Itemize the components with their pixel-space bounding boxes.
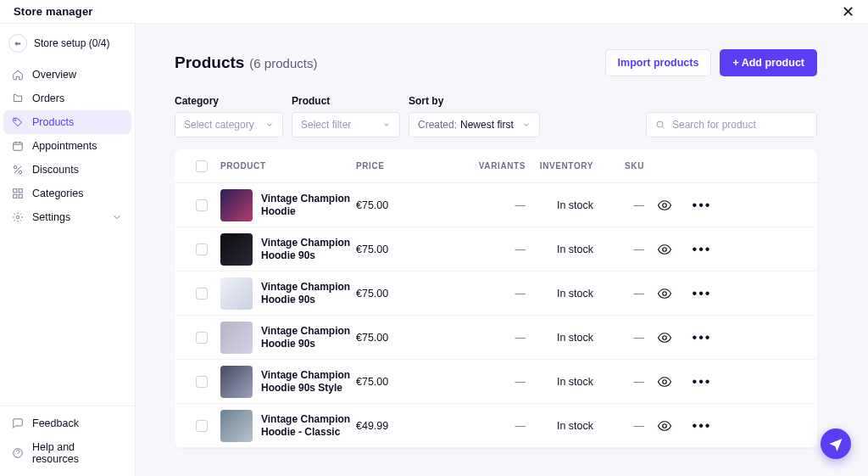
product-thumbnail xyxy=(220,233,253,266)
row-menu-button[interactable]: ••• xyxy=(685,286,719,301)
import-products-button[interactable]: Import products xyxy=(605,49,712,76)
view-button[interactable] xyxy=(644,418,685,434)
product-name: Vintage Champion Hoodie 90s xyxy=(261,325,356,350)
nav-discounts[interactable]: Discounts xyxy=(3,158,131,182)
table-header: PRODUCT PRICE VARIANTS INVENTORY SKU xyxy=(175,149,817,183)
filter-category-dropdown[interactable]: Select category xyxy=(175,112,283,137)
view-button[interactable] xyxy=(644,374,685,389)
sku-cell: — xyxy=(593,244,644,255)
table-row[interactable]: Vintage Champion Hoodie 90s €75.00 — In … xyxy=(175,227,817,272)
help-fab[interactable] xyxy=(821,428,851,459)
row-checkbox[interactable] xyxy=(196,244,208,255)
svg-point-3 xyxy=(19,171,22,174)
view-button[interactable] xyxy=(644,242,685,257)
table-row[interactable]: Vintage Champion Hoodie 90s €75.00 — In … xyxy=(175,316,817,360)
nav-orders[interactable]: Orders xyxy=(3,87,131,110)
nav-appointments[interactable]: Appointments xyxy=(3,134,131,158)
svg-point-0 xyxy=(14,120,16,121)
nav-feedback[interactable]: Feedback xyxy=(3,412,131,435)
svg-point-8 xyxy=(16,216,19,219)
more-icon: ••• xyxy=(693,330,712,345)
row-menu-button[interactable]: ••• xyxy=(685,198,719,213)
app-title: Store manager xyxy=(14,5,93,18)
row-menu-button[interactable]: ••• xyxy=(685,242,719,257)
top-bar: Store manager ✕ xyxy=(0,0,868,24)
table-row[interactable]: Vintage Champion Hoodie €75.00 — In stoc… xyxy=(175,183,817,227)
row-menu-button[interactable]: ••• xyxy=(685,418,719,434)
sku-cell: — xyxy=(593,288,644,300)
search-icon xyxy=(655,120,665,130)
svg-point-12 xyxy=(663,247,667,251)
filter-sort-label: Sort by xyxy=(409,95,540,107)
product-name: Vintage Champion Hoodie 90s Style xyxy=(261,369,356,395)
eye-icon xyxy=(657,198,672,213)
table-row[interactable]: Vintage Champion Hoodie 90s €75.00 — In … xyxy=(175,272,817,316)
col-inventory: INVENTORY xyxy=(526,161,593,171)
send-icon xyxy=(828,436,843,451)
row-checkbox[interactable] xyxy=(196,376,208,388)
svg-point-15 xyxy=(663,379,667,384)
price-cell: €75.00 xyxy=(356,288,458,300)
row-checkbox[interactable] xyxy=(196,288,208,300)
eye-icon xyxy=(657,418,672,434)
product-cell: Vintage Champion Hoodie xyxy=(220,189,356,221)
product-thumbnail xyxy=(220,189,253,221)
variants-cell: — xyxy=(458,244,526,255)
view-button[interactable] xyxy=(644,330,685,345)
nav-products[interactable]: Products xyxy=(3,110,131,134)
row-checkbox[interactable] xyxy=(196,420,208,432)
nav-label: Categories xyxy=(32,188,83,199)
price-cell: €49.99 xyxy=(356,420,458,432)
svg-rect-4 xyxy=(14,189,17,193)
gear-icon xyxy=(12,211,24,223)
svg-point-16 xyxy=(663,423,667,428)
product-thumbnail xyxy=(220,366,253,398)
table-row[interactable]: Vintage Champion Hoodie 90s Style €75.00… xyxy=(175,360,817,404)
orders-icon xyxy=(12,92,24,104)
product-cell: Vintage Champion Hoodie 90s Style xyxy=(220,366,356,398)
row-menu-button[interactable]: ••• xyxy=(685,330,719,345)
chevron-down-icon xyxy=(111,211,123,223)
inventory-cell: In stock xyxy=(526,244,593,255)
variants-cell: — xyxy=(458,376,526,388)
close-button[interactable]: ✕ xyxy=(842,4,854,20)
price-cell: €75.00 xyxy=(356,332,458,344)
chevron-down-icon xyxy=(382,120,391,129)
page-header: Products (6 products) Import products + … xyxy=(175,49,817,76)
filter-sort-dropdown[interactable]: Created: Newest first xyxy=(409,112,540,137)
product-cell: Vintage Champion Hoodie 90s xyxy=(220,233,356,266)
calendar-icon xyxy=(12,140,24,152)
sort-value: Newest first xyxy=(460,119,514,131)
select-all-checkbox[interactable] xyxy=(196,160,208,172)
filter-product-dropdown[interactable]: Select filter xyxy=(292,112,400,137)
add-product-button[interactable]: + Add product xyxy=(720,49,817,76)
view-button[interactable] xyxy=(644,198,685,213)
product-cell: Vintage Champion Hoodie 90s xyxy=(220,322,356,354)
price-cell: €75.00 xyxy=(356,376,458,388)
row-checkbox[interactable] xyxy=(196,199,208,211)
view-button[interactable] xyxy=(644,286,685,301)
variants-cell: — xyxy=(458,420,526,432)
nav-help[interactable]: Help and resources xyxy=(3,435,131,471)
sku-cell: — xyxy=(593,420,644,432)
search-input[interactable] xyxy=(672,119,808,131)
svg-point-13 xyxy=(663,291,667,295)
col-price: PRICE xyxy=(356,161,458,171)
table-row[interactable]: Vintage Champion Hoodie - Classic €49.99… xyxy=(175,404,817,448)
chat-icon xyxy=(12,417,24,429)
grid-icon xyxy=(12,188,24,199)
nav-settings[interactable]: Settings xyxy=(3,205,131,229)
row-checkbox[interactable] xyxy=(196,332,208,344)
svg-point-14 xyxy=(663,335,667,339)
row-menu-button[interactable]: ••• xyxy=(685,374,719,389)
nav-overview[interactable]: Overview xyxy=(3,63,131,87)
inventory-cell: In stock xyxy=(526,376,593,388)
sku-cell: — xyxy=(593,199,644,211)
variants-cell: — xyxy=(458,332,526,344)
store-setup-link[interactable]: Store setup (0/4) xyxy=(0,24,135,63)
search-box[interactable] xyxy=(646,112,817,137)
filter-product-label: Product xyxy=(292,95,400,107)
col-product: PRODUCT xyxy=(220,161,356,171)
nav-label: Discounts xyxy=(32,164,79,176)
nav-categories[interactable]: Categories xyxy=(3,182,131,205)
